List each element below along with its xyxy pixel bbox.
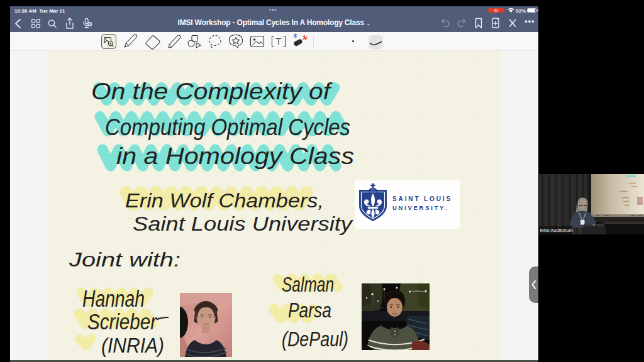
svg-text:UNIVERSITY.: UNIVERSITY. xyxy=(392,204,448,211)
svg-text:Joint with:: Joint with: xyxy=(69,248,180,271)
svg-text:Salman: Salman xyxy=(282,272,334,296)
svg-text:in a Homology Class: in a Homology Class xyxy=(116,143,354,169)
svg-text:On the Complexity of: On the Complexity of xyxy=(91,79,333,104)
svg-text:Erin Wolf Chambers,: Erin Wolf Chambers, xyxy=(125,190,324,212)
svg-text:Saint Louis University: Saint Louis University xyxy=(133,213,354,235)
svg-text:SAINT LOUIS: SAINT LOUIS xyxy=(392,195,452,202)
svg-text:Scrieber: Scrieber xyxy=(87,309,157,334)
svg-text:(INRIA): (INRIA) xyxy=(101,333,164,357)
svg-text:IMSI Auditorium: IMSI Auditorium xyxy=(540,228,573,233)
svg-text:Hannah: Hannah xyxy=(82,286,145,312)
svg-text:Computing Optimal Cycles: Computing Optimal Cycles xyxy=(105,114,350,140)
svg-text:Parsa: Parsa xyxy=(288,298,331,322)
svg-text:(DePaul): (DePaul) xyxy=(282,327,348,351)
